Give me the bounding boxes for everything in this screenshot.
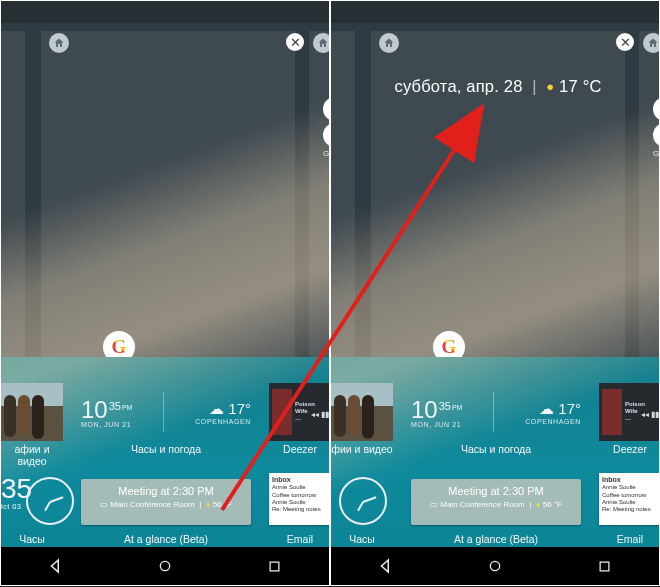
- widget-at-a-glance[interactable]: Meeting at 2:30 PM ▭ Main Conference Roo…: [81, 473, 251, 531]
- nav-back-button[interactable]: [45, 555, 67, 577]
- card-home-chip-next[interactable]: [313, 33, 330, 53]
- widget-card-next[interactable]: G M Go: [639, 31, 660, 357]
- nav-home-button[interactable]: [484, 555, 506, 577]
- widget-clock-weather[interactable]: 1035PM MON, JUN 21 ☁ 17° COPENHAGEN Часы…: [411, 383, 581, 441]
- nav-recent-button[interactable]: [593, 555, 615, 577]
- widget-clock[interactable]: 5 Часы: [331, 473, 393, 531]
- widget-row-2: 5 Часы Meeting at 2:30 PM ▭ Main Confere…: [331, 473, 659, 551]
- widget-deezer-label: Deezer: [269, 443, 330, 455]
- widget-row-1: фии и видео 1035PM MON, JUN 21 ☁ 17° COP…: [331, 383, 659, 461]
- status-bar: [331, 1, 659, 23]
- analog-clock-icon: [26, 477, 74, 525]
- widget-deezer[interactable]: Poison Wife— ◂◂ ▮▮ Deezer: [599, 383, 660, 441]
- google-icon: G: [103, 331, 135, 357]
- nav-back-button[interactable]: [375, 555, 397, 577]
- widget-email-label: Email: [599, 533, 660, 545]
- widget-card-next[interactable]: G M Go: [309, 31, 330, 357]
- nav-bar: [331, 547, 659, 585]
- widget-card-prev[interactable]: [1, 31, 25, 357]
- widget-deezer[interactable]: Poison Wife— ◂◂ ▮▮ Deezer: [269, 383, 330, 441]
- widget-photos-label: фии и видео: [331, 443, 393, 455]
- nav-home-button[interactable]: [154, 555, 176, 577]
- nav-bar: [1, 547, 329, 585]
- widget-clock[interactable]: 35 ict 03 Часы: [1, 473, 63, 531]
- gmail-mini-icon: M: [323, 123, 330, 147]
- widget-at-a-glance-content: суббота, апр. 28 | ● 17 °C: [376, 77, 620, 96]
- widget-email-label: Email: [269, 533, 330, 545]
- status-bar: [1, 1, 329, 23]
- widget-photos[interactable]: афии и видео: [1, 383, 63, 441]
- phone-right: G Google G M Go суббота, апр. 28 | ● 17 …: [330, 0, 660, 586]
- widget-clock-weather-label: Часы и погода: [81, 443, 251, 455]
- svg-rect-3: [600, 562, 609, 571]
- close-icon[interactable]: ✕: [286, 33, 304, 51]
- card-home-chip[interactable]: [379, 33, 399, 53]
- widget-photos-label: афии и видео: [1, 443, 63, 467]
- google-mini-icon: G: [323, 97, 330, 121]
- widget-card-prev[interactable]: [331, 31, 355, 357]
- google-app-shortcut[interactable]: G Google: [103, 331, 135, 357]
- widget-clock-label: Часы: [1, 533, 63, 545]
- widget-row-1: афии и видео 1035PM MON, JUN 21 ☁ 17° CO…: [1, 383, 329, 461]
- widget-clock-weather[interactable]: 1035PM MON, JUN 21 ☁ 17° COPENHAGEN Часы…: [81, 383, 251, 441]
- google-mini-icon: G: [653, 97, 660, 121]
- phone-left: G Google G M Go ✕ афии и видео: [0, 0, 330, 586]
- widget-deezer-label: Deezer: [599, 443, 660, 455]
- widget-row-2: 35 ict 03 Часы Meeting at 2:30 PM ▭ Main…: [1, 473, 329, 551]
- widget-clock-weather-label: Часы и погода: [411, 443, 581, 455]
- widget-photos[interactable]: фии и видео: [331, 383, 393, 441]
- widget-clock-label: Часы: [331, 533, 393, 545]
- mini-icon-stack: G M Go: [323, 95, 330, 158]
- widget-email[interactable]: Inbox Annie SoulieCoffee tomorrow Annie …: [599, 473, 660, 531]
- svg-rect-1: [270, 562, 279, 571]
- nav-recent-button[interactable]: [263, 555, 285, 577]
- widget-at-a-glance-label: At a glance (Beta): [411, 533, 581, 545]
- widget-at-a-glance[interactable]: Meeting at 2:30 PM ▭ Main Conference Roo…: [411, 473, 581, 531]
- widget-email[interactable]: Inbox Annie SoulieCoffee tomorrow Annie …: [269, 473, 330, 531]
- svg-point-2: [490, 561, 499, 570]
- google-app-shortcut[interactable]: G Google: [433, 331, 465, 357]
- analog-clock-icon: [339, 477, 387, 525]
- mini-icon-stack: G M Go: [653, 95, 660, 158]
- widget-card-current[interactable]: G Google: [41, 31, 295, 357]
- svg-point-0: [160, 561, 169, 570]
- card-home-chip-next[interactable]: [643, 33, 660, 53]
- close-icon[interactable]: ✕: [616, 33, 634, 51]
- card-home-chip[interactable]: [49, 33, 69, 53]
- widget-at-a-glance-label: At a glance (Beta): [81, 533, 251, 545]
- gmail-mini-icon: M: [653, 123, 660, 147]
- google-icon: G: [433, 331, 465, 357]
